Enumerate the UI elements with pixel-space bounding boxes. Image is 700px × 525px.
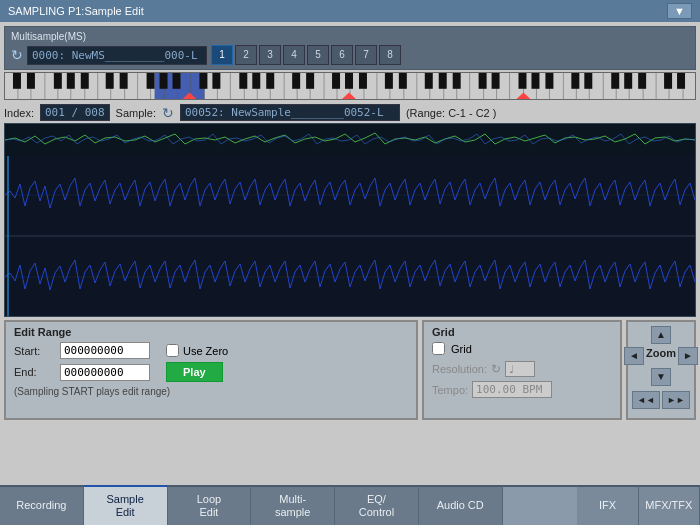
tab-mfx-tfx[interactable]: MFX/TFX	[639, 485, 700, 525]
multisample-label: Multisample(MS)	[11, 31, 689, 42]
svg-rect-58	[81, 73, 89, 89]
svg-rect-90	[677, 73, 685, 89]
tempo-label: Tempo:	[432, 384, 468, 396]
svg-rect-64	[199, 73, 207, 89]
end-label: End:	[14, 366, 54, 378]
waveform-overview	[5, 124, 695, 156]
sample-name-input[interactable]	[180, 104, 400, 121]
svg-rect-82	[531, 73, 539, 89]
grid-label: Grid	[451, 343, 472, 355]
svg-rect-55	[27, 73, 35, 89]
svg-rect-78	[453, 73, 461, 89]
tab-ifx[interactable]: IFX	[577, 485, 638, 525]
svg-rect-87	[624, 73, 632, 89]
grid-panel: Grid Grid Resolution: ↻ Tempo:	[422, 320, 622, 420]
tab-multisample[interactable]: Multi-sample	[251, 485, 335, 525]
waveform-area	[4, 123, 696, 317]
tab-sample-edit[interactable]: SampleEdit	[84, 485, 168, 525]
svg-rect-94	[5, 124, 695, 156]
multisample-loop-icon[interactable]: ↻	[11, 47, 23, 63]
piano-keyboard-svg: // This will be handled below	[5, 73, 695, 99]
zoom-panel: ▲ ◄ Zoom ► ▼ ◄◄ ►►	[626, 320, 696, 420]
svg-rect-72	[345, 73, 353, 89]
sample-label: Sample:	[116, 107, 156, 119]
start-label: Start:	[14, 345, 54, 357]
use-zero-label: Use Zero	[183, 345, 228, 357]
resolution-label: Resolution:	[432, 363, 487, 375]
resolution-input	[505, 361, 535, 377]
zoom-left-far-button[interactable]: ◄◄	[632, 391, 660, 409]
multisample-name-input[interactable]	[27, 46, 207, 65]
tab-recording[interactable]: Recording	[0, 485, 84, 525]
svg-rect-62	[160, 73, 168, 89]
svg-rect-54	[13, 73, 21, 89]
svg-rect-65	[212, 73, 220, 89]
bank-btn-5[interactable]: 5	[307, 45, 329, 65]
tab-audio-cd[interactable]: Audio CD	[419, 485, 503, 525]
bottom-controls: Edit Range Start: Use Zero End: Play (Sa…	[4, 320, 696, 420]
svg-rect-80	[492, 73, 500, 89]
waveform-main-svg	[5, 156, 695, 316]
svg-rect-81	[519, 73, 527, 89]
index-row: Index: 001 / 008 Sample: ↻ (Range: C-1 -…	[4, 102, 696, 123]
svg-rect-83	[545, 73, 553, 89]
zoom-right-button[interactable]: ►	[678, 347, 698, 365]
svg-rect-71	[332, 73, 340, 89]
title-bar: SAMPLING P1:Sample Edit ▼	[0, 0, 700, 22]
resolution-loop-icon: ↻	[491, 362, 501, 376]
sample-loop-icon[interactable]: ↻	[162, 105, 174, 121]
use-zero-checkbox[interactable]	[166, 344, 179, 357]
svg-rect-77	[439, 73, 447, 89]
start-input[interactable]	[60, 342, 150, 359]
waveform-main	[5, 156, 695, 316]
multisample-section: Multisample(MS) ↻ 1 2 3 4 5 6 7 8	[4, 26, 696, 70]
use-zero-row: Use Zero	[166, 344, 228, 357]
bank-buttons: 1 2 3 4 5 6 7 8	[211, 45, 401, 65]
bank-btn-7[interactable]: 7	[355, 45, 377, 65]
svg-rect-70	[306, 73, 314, 89]
svg-rect-85	[584, 73, 592, 89]
zoom-up-button[interactable]: ▲	[651, 326, 671, 344]
edit-range-panel: Edit Range Start: Use Zero End: Play (Sa…	[4, 320, 418, 420]
end-input[interactable]	[60, 364, 150, 381]
play-button[interactable]: Play	[166, 362, 223, 382]
main-content: Multisample(MS) ↻ 1 2 3 4 5 6 7 8 // Thi…	[0, 22, 700, 424]
index-label: Index:	[4, 107, 34, 119]
bank-btn-4[interactable]: 4	[283, 45, 305, 65]
svg-rect-79	[479, 73, 487, 89]
svg-rect-59	[106, 73, 114, 89]
tab-loop-edit[interactable]: LoopEdit	[168, 485, 252, 525]
zoom-down-button[interactable]: ▼	[651, 368, 671, 386]
bank-btn-1[interactable]: 1	[211, 45, 233, 65]
bank-btn-8[interactable]: 8	[379, 45, 401, 65]
zoom-left-button[interactable]: ◄	[624, 347, 644, 365]
svg-rect-66	[239, 73, 247, 89]
svg-rect-57	[67, 73, 75, 89]
tab-bar: Recording SampleEdit LoopEdit Multi-samp…	[0, 485, 700, 525]
waveform-overview-svg	[5, 124, 695, 156]
svg-rect-63	[173, 73, 181, 89]
svg-rect-67	[252, 73, 260, 89]
svg-rect-84	[571, 73, 579, 89]
svg-rect-76	[425, 73, 433, 89]
index-value[interactable]: 001 / 008	[40, 104, 110, 121]
title-text: SAMPLING P1:Sample Edit	[8, 5, 144, 17]
svg-rect-56	[54, 73, 62, 89]
svg-rect-89	[664, 73, 672, 89]
edit-range-title: Edit Range	[14, 326, 408, 338]
tab-eq-control[interactable]: EQ/Control	[335, 485, 419, 525]
sampling-note: (Sampling START plays edit range)	[14, 386, 408, 397]
range-display: (Range: C-1 - C2 )	[406, 107, 496, 119]
title-dropdown[interactable]: ▼	[667, 3, 692, 19]
svg-rect-86	[611, 73, 619, 89]
bank-btn-6[interactable]: 6	[331, 45, 353, 65]
grid-checkbox[interactable]	[432, 342, 445, 355]
zoom-right-far-button[interactable]: ►►	[662, 391, 690, 409]
svg-rect-74	[385, 73, 393, 89]
tempo-input	[472, 381, 552, 398]
bank-btn-3[interactable]: 3	[259, 45, 281, 65]
svg-rect-68	[266, 73, 274, 89]
bank-btn-2[interactable]: 2	[235, 45, 257, 65]
svg-rect-61	[147, 73, 155, 89]
svg-rect-75	[399, 73, 407, 89]
